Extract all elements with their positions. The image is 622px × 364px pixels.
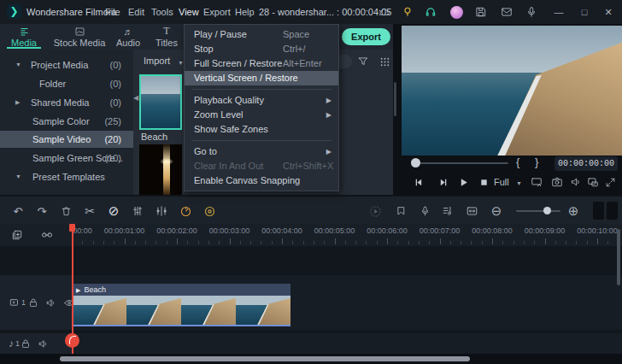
crop-icon[interactable]: ⊘ — [107, 204, 120, 218]
mark-out-button[interactable]: } — [535, 156, 538, 168]
microphone-icon[interactable] — [525, 6, 537, 18]
fullscreen-icon[interactable] — [603, 175, 617, 189]
mute-track-icon[interactable] — [45, 297, 56, 308]
split-scissors-icon[interactable]: ✂ — [83, 204, 97, 218]
sidebar-item-preset-templates[interactable]: ▼ Preset Templates — [0, 168, 133, 185]
speed-adjust-icon[interactable] — [131, 204, 144, 218]
tab-stock-media[interactable]: Stock Media — [50, 26, 109, 48]
menu-item-go-to[interactable]: Go to▶ — [185, 144, 338, 159]
zoom-out-icon[interactable]: ⊖ — [490, 204, 503, 218]
menu-edit[interactable]: Edit — [128, 7, 144, 17]
sidebar-item-sample-color[interactable]: Sample Color (25) — [0, 113, 133, 130]
preview-zoom-select[interactable]: Full — [494, 177, 509, 187]
menu-tools[interactable]: Tools — [151, 7, 173, 17]
stop-button[interactable] — [477, 175, 490, 189]
tab-media[interactable]: Media — [5, 26, 43, 48]
sidebar-item-folder[interactable]: Folder (0) — [0, 75, 133, 92]
save-icon[interactable] — [475, 6, 487, 18]
cloud-icon[interactable] — [378, 6, 390, 18]
color-correction-icon[interactable] — [179, 204, 192, 218]
menu-export[interactable]: Export — [203, 7, 231, 17]
playhead-handle[interactable] — [65, 333, 79, 348]
audio-track-icon[interactable]: ♪ 1 — [9, 338, 14, 349]
playback-slider-thumb[interactable] — [411, 158, 420, 167]
video-preview[interactable] — [402, 26, 622, 156]
play-button[interactable] — [456, 175, 470, 189]
video-track-icon[interactable]: 1 — [9, 297, 21, 308]
mute-track-icon[interactable] — [38, 338, 49, 349]
panel-collapse-arrow[interactable]: ◀ — [133, 94, 138, 102]
keyframe-icon[interactable] — [155, 204, 168, 218]
sidebar-item-sample-video[interactable]: Sample Video (20) — [0, 131, 133, 148]
sidebar-item-shared-media[interactable]: ▶ Shared Media (0) — [0, 94, 133, 111]
menu-item-vertical-screen-restore[interactable]: Vertical Screen / Restore — [185, 71, 338, 85]
timeline-zoom-slider[interactable] — [516, 210, 560, 212]
menu-item-playback-quality[interactable]: Playback Quality▶ — [185, 93, 338, 108]
lightbulb-icon[interactable] — [402, 6, 414, 18]
screencast-icon[interactable] — [530, 175, 543, 189]
mark-in-button[interactable]: { — [516, 156, 519, 168]
menu-help[interactable]: Help — [235, 7, 255, 17]
menu-view[interactable]: View — [179, 7, 199, 17]
maximize-button[interactable]: □ — [578, 6, 590, 18]
menu-item-enable-canvas-snapping[interactable]: Enable Canvas Snapping — [185, 173, 338, 188]
previous-frame-button[interactable] — [412, 175, 425, 189]
export-button[interactable]: Export — [342, 28, 390, 45]
render-preview-icon[interactable] — [368, 204, 382, 218]
speaker-icon[interactable] — [569, 175, 583, 189]
filter-icon[interactable] — [357, 56, 369, 68]
timeline-view-toggle-a[interactable] — [593, 202, 604, 220]
motion-tracking-icon[interactable] — [202, 204, 216, 218]
audio-track[interactable]: ♪ 1 — [0, 333, 622, 354]
zoom-to-fit-icon[interactable] — [465, 204, 478, 218]
expand-arrow-icon[interactable]: ▶ — [15, 94, 20, 111]
delete-icon[interactable] — [59, 204, 73, 218]
lock-track-icon[interactable] — [21, 338, 31, 349]
zoom-in-icon[interactable]: ⊕ — [566, 204, 580, 218]
mail-icon[interactable] — [501, 6, 513, 18]
tab-audio[interactable]: ♬ Audio — [109, 26, 147, 48]
menu-file[interactable]: File — [105, 7, 120, 17]
sidebar-item-sample-green-screen[interactable]: Sample Green Scre... (10) — [0, 150, 133, 167]
collapse-arrow-icon[interactable]: ▼ — [15, 56, 21, 73]
sidebar-item-project-media[interactable]: ▼ Project Media (0) — [0, 56, 133, 73]
import-button[interactable]: Import — [144, 56, 170, 66]
search-input[interactable] — [338, 55, 352, 68]
menu-item-full-screen-restore[interactable]: Full Screen / RestoreAlt+Enter — [185, 56, 338, 71]
timeline-view-toggle-b[interactable] — [607, 202, 618, 220]
timeline-zoom-slider-thumb[interactable] — [543, 207, 551, 214]
media-thumbnail-beach[interactable] — [139, 74, 182, 130]
link-clips-icon[interactable] — [41, 229, 53, 241]
record-voiceover-icon[interactable] — [418, 204, 431, 218]
menu-item-stop[interactable]: StopCtrl+/ — [185, 42, 338, 56]
picture-in-picture-icon[interactable] — [586, 175, 600, 189]
snapshot-camera-icon[interactable] — [550, 175, 564, 189]
submenu-arrow-icon: ▶ — [326, 108, 332, 122]
tab-titles[interactable]: T Titles — [149, 26, 185, 48]
redo-icon[interactable]: ↷ — [35, 204, 49, 218]
user-avatar[interactable] — [450, 6, 463, 19]
menu-item-zoom-level[interactable]: Zoom Level▶ — [185, 108, 338, 122]
close-button[interactable]: ✕ — [602, 6, 614, 18]
vertical-scrollbar[interactable] — [617, 229, 620, 285]
marker-icon[interactable] — [394, 204, 408, 218]
audio-mixer-icon[interactable] — [441, 204, 455, 218]
lock-track-icon[interactable] — [28, 297, 38, 308]
ruler-label: 00:00:10:00 — [577, 226, 618, 235]
panel-resize-handle[interactable] — [394, 82, 396, 116]
headset-icon[interactable] — [425, 6, 437, 18]
horizontal-scrollbar[interactable] — [60, 356, 470, 361]
next-frame-button[interactable] — [436, 175, 449, 189]
minimize-button[interactable]: — — [553, 6, 565, 18]
menu-item-play-pause[interactable]: Play / PauseSpace — [185, 27, 338, 42]
undo-icon[interactable]: ↶ — [11, 204, 25, 218]
media-thumbnail-lighthouse[interactable] — [139, 144, 182, 197]
playback-slider-track[interactable] — [416, 162, 508, 164]
timeline-clip-beach[interactable]: ▶Beach — [72, 284, 290, 326]
playhead-marker[interactable] — [69, 224, 75, 232]
manage-tracks-icon[interactable] — [11, 229, 23, 241]
grid-view-icon[interactable] — [379, 56, 390, 68]
collapse-arrow-icon[interactable]: ▼ — [15, 168, 21, 185]
menu-item-show-safe-zones[interactable]: Show Safe Zones — [185, 122, 338, 137]
timeline-ruler[interactable]: 00:00:00:0000:00:01:0000:00:02:0000:00:0… — [72, 224, 622, 246]
